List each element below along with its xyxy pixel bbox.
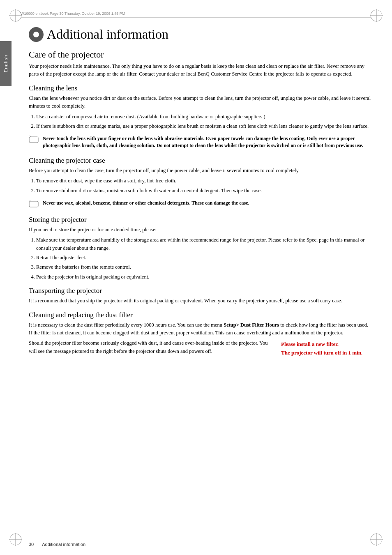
dust-filter-body1: It is necessary to clean the dust filter… bbox=[29, 321, 371, 337]
care-body: Your projector needs little maintenance.… bbox=[29, 62, 371, 78]
cleaning-case-note: Never use wax, alcohol, benzene, thinner… bbox=[29, 198, 371, 210]
list-item: To remove dirt or dust, wipe the case wi… bbox=[36, 177, 371, 185]
svg-rect-12 bbox=[29, 137, 38, 143]
transporting-body: It is recommended that you ship the proj… bbox=[29, 297, 371, 305]
dust-filter-left: Should the projector filter become serio… bbox=[29, 339, 273, 358]
storing-body: If you need to store the projector for a… bbox=[29, 226, 371, 234]
header-meta: W10000-en.book Page 30 Thursday, October… bbox=[21, 12, 371, 18]
list-item: Remove the batteries from the remote con… bbox=[36, 263, 371, 271]
storing-heading: Storing the projector bbox=[29, 216, 371, 224]
main-content: Additional information Care of the proje… bbox=[29, 23, 371, 530]
storing-list: Make sure the temperature and humidity o… bbox=[36, 236, 371, 281]
cleaning-case-list: To remove dirt or dust, wipe the case wi… bbox=[36, 177, 371, 195]
dust-filter-right: Please install a new filter. The project… bbox=[281, 339, 371, 358]
cleaning-lens-heading: Cleaning the lens bbox=[29, 84, 371, 92]
note-icon bbox=[29, 136, 40, 144]
note-icon-2 bbox=[29, 200, 40, 208]
corner-mark-bl bbox=[7, 531, 24, 548]
cleaning-case-body: Before you attempt to clean the case, tu… bbox=[29, 167, 371, 175]
highlight-line1: Please install a new filter. bbox=[281, 340, 371, 349]
highlight-line2: The projector will turn off in 1 min. bbox=[281, 349, 371, 357]
footer-section-title: Additional information bbox=[42, 542, 85, 547]
transporting-heading: Transporting the projector bbox=[29, 287, 371, 295]
side-tab-label: English bbox=[3, 55, 8, 72]
list-item: To remove stubborn dirt or stains, moist… bbox=[36, 187, 371, 195]
list-item: Make sure the temperature and humidity o… bbox=[36, 236, 371, 252]
cleaning-lens-body: Clean the lens whenever you notice dirt … bbox=[29, 94, 371, 111]
list-item: Retract the adjuster feet. bbox=[36, 254, 371, 262]
cleaning-case-note-text: Never use wax, alcohol, benzene, thinner… bbox=[43, 200, 249, 207]
list-item: If there is stubborn dirt or smudge mark… bbox=[36, 122, 371, 130]
chapter-icon-inner bbox=[33, 32, 39, 37]
cleaning-lens-note: Never touch the lens with your finger or… bbox=[29, 134, 371, 151]
cleaning-case-heading: Cleaning the projector case bbox=[29, 157, 371, 165]
page-title-row: Additional information bbox=[29, 27, 371, 42]
page-wrapper: W10000-en.book Page 30 Thursday, October… bbox=[0, 0, 392, 555]
list-item: Use a canister of compressed air to remo… bbox=[36, 113, 371, 121]
cleaning-lens-note-text: Never touch the lens with your finger or… bbox=[43, 135, 371, 149]
svg-rect-14 bbox=[29, 201, 38, 207]
care-heading: Care of the projector bbox=[29, 49, 371, 60]
side-tab: English bbox=[0, 41, 12, 86]
dust-filter-body2: Should the projector filter become serio… bbox=[29, 339, 273, 355]
dust-filter-two-col: Should the projector filter become serio… bbox=[29, 339, 371, 358]
footer: 30 Additional information bbox=[29, 542, 371, 547]
chapter-icon bbox=[29, 27, 44, 42]
page-title: Additional information bbox=[47, 27, 168, 42]
list-item: Pack the projector in its original packi… bbox=[36, 273, 371, 281]
cleaning-lens-list: Use a canister of compressed air to remo… bbox=[36, 113, 371, 131]
footer-page-number: 30 bbox=[29, 542, 34, 547]
dust-filter-heading: Cleaning and replacing the dust filter bbox=[29, 311, 371, 319]
file-info: W10000-en.book Page 30 Thursday, October… bbox=[21, 12, 125, 16]
